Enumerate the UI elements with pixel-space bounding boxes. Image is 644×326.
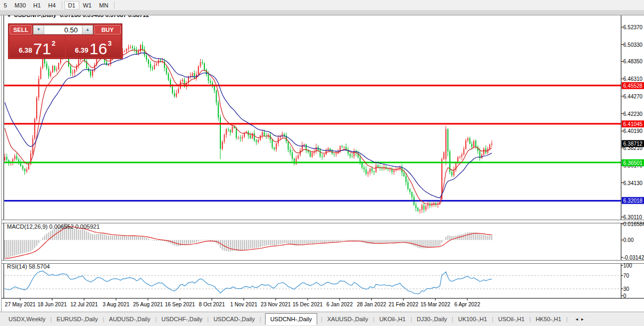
chart-tab-uk100-[interactable]: UK100-,H1 [457,314,488,324]
chart-tab-bar: USDX,Weekly|EURUSD-,Daily|AUDUSD-,Daily|… [0,312,644,326]
sell-price-pips: 71 [34,42,51,56]
sell-button[interactable]: SELL [10,25,32,35]
macd-axis-label: 0.00 [623,237,633,243]
price-level-badge: 6.41045 [622,120,644,127]
timeframe-button-h1[interactable]: H1 [30,1,45,10]
rsi-axis-label: 70 [623,273,629,279]
price-axis-tick: 6.34130 [623,180,642,186]
sell-price-point: 2 [52,39,55,47]
sell-price-major: 6.38 [19,46,32,54]
date-axis-label: 16 Sep 2021 [165,302,195,307]
macd-axis-label: 0.016586 [623,221,644,227]
date-axis-label: 27 May 2021 [5,302,36,307]
price-axis-tick: 6.42230 [623,111,642,116]
volume-decrease-button[interactable]: ▼ [34,26,44,34]
macd-label: MACD(12,26,9) 0.006552 0.005921 [7,223,100,230]
tab-separator: | [566,316,568,322]
chart-tab-audusd-[interactable]: AUDUSD-,Daily [108,314,152,324]
date-axis-label: 1 Nov 2021 [230,302,257,307]
price-axis-tick: 6.40190 [623,128,642,134]
price-axis-tick: 6.30110 [623,214,642,220]
price-axis-tick: 6.48350 [623,58,642,64]
tab-scroll-right-icon[interactable]: ▸ [581,316,587,322]
rsi-axis-label: 100 [623,263,632,269]
pane-splitter-rsi[interactable] [2,260,644,264]
date-axis-label: 3 Aug 2021 [103,302,130,307]
chart-tab-usoil-[interactable]: USOil-,H1 [497,314,526,324]
pane-splitter-macd[interactable] [2,220,644,223]
chart-tab-usdx[interactable]: USDX,Weekly [7,314,46,324]
trade-panel: SELL ▼ 0.50 ▲ BUY 6.38712 6.39163 [8,23,122,59]
tab-separator: | [530,316,531,322]
date-axis-label: 18 Jun 2021 [37,302,67,307]
tab-separator: | [260,316,261,322]
price-level-badge: 6.36501 [622,159,644,166]
date-axis-label: 15 Mar 2022 [420,302,450,307]
volume-input[interactable]: 0.50 [44,26,82,34]
chart-tab-ukoil-[interactable]: UKOil-,H1 [378,314,407,324]
price-axis-tick: 6.44270 [623,93,642,99]
chart-tab-dj30-[interactable]: DJ30-,Daily [416,314,448,324]
price-axis-tick: 6.46310 [623,76,642,82]
volume-spinner: ▼ 0.50 ▲ [33,25,93,35]
timeframe-button-d1[interactable]: D1 [64,1,79,10]
date-axis-label: 8 Oct 2021 [199,302,225,307]
window-chrome-band [0,10,644,15]
tab-separator: | [452,316,453,322]
timeframe-toolbar: 5M30H1H4D1W1MN [0,0,644,10]
tab-separator: | [492,316,493,322]
chart-tab-usdchf-[interactable]: USDCHF-,Daily [160,314,203,324]
tab-separator: | [155,316,156,322]
date-axis-label: 12 Jul 2021 [70,302,98,307]
price-axis-tick: 6.50330 [623,41,642,47]
timeframe-button-5[interactable]: 5 [0,1,11,10]
tab-scroll-arrows: ◂▸ [576,316,587,322]
macd-axis-label: -0.031421 [623,255,644,261]
tab-separator: | [373,316,375,322]
window-left-edge [1,15,2,312]
tab-separator: | [207,316,209,322]
buy-price-box[interactable]: 6.39163 [66,36,121,57]
timeframe-button-mn[interactable]: MN [95,1,112,10]
buy-price-point: 3 [108,39,111,47]
timeframe-button-w1[interactable]: W1 [79,1,96,10]
down-arrow-icon: ▼ [37,27,41,32]
tab-separator: | [410,316,412,322]
chart-tab-eurusd-[interactable]: EURUSD-,Daily [55,314,99,324]
timeframe-button-h4[interactable]: H4 [45,1,60,10]
tab-scroll-left-icon[interactable]: ◂ [576,316,582,322]
date-axis-label: 23 Nov 2021 [261,302,291,307]
chart-tab-usdcnh-[interactable]: USDCNH-,Daily [265,313,317,325]
date-axis-label: 6 Jan 2022 [326,302,353,307]
date-axis-label: 15 Dec 2021 [293,302,323,307]
tab-separator: | [50,316,52,322]
sell-price-box[interactable]: 6.38712 [10,36,65,57]
rsi-axis-label: 0 [623,293,626,299]
up-arrow-icon: ▲ [86,27,90,32]
chart-tab-hk50-[interactable]: HK50-,H1 [534,314,562,324]
tab-separator: | [321,316,323,322]
price-level-badge: 6.45528 [622,82,644,89]
chart-tab-xauusd-[interactable]: XAUUSD-,Daily [326,314,369,324]
date-axis-label: 25 Aug 2021 [133,302,163,307]
date-axis-label: 6 Apr 2022 [455,302,480,307]
date-axis-label: 28 Jan 2022 [357,302,386,307]
timeframe-button-m30[interactable]: M30 [11,1,29,10]
price-level-badge: 6.38712 [622,140,644,147]
chart-tab-usdcad-[interactable]: USDCAD-,Daily [212,314,256,324]
date-axis-label: 21 Feb 2022 [389,302,418,307]
volume-increase-button[interactable]: ▲ [82,26,93,34]
price-axis-tick: 6.52370 [623,24,642,30]
buy-price-major: 6.39 [75,46,88,54]
rsi-label: RSI(14) 58.5704 [7,263,50,270]
buy-price-pips: 16 [89,42,107,56]
toolbar-separator [62,1,62,9]
price-level-badge: 6.32018 [622,197,644,204]
tab-separator: | [103,316,104,322]
buy-button[interactable]: BUY [94,25,121,35]
rsi-axis-label: 30 [623,286,629,292]
toolbar-separator [114,1,114,9]
